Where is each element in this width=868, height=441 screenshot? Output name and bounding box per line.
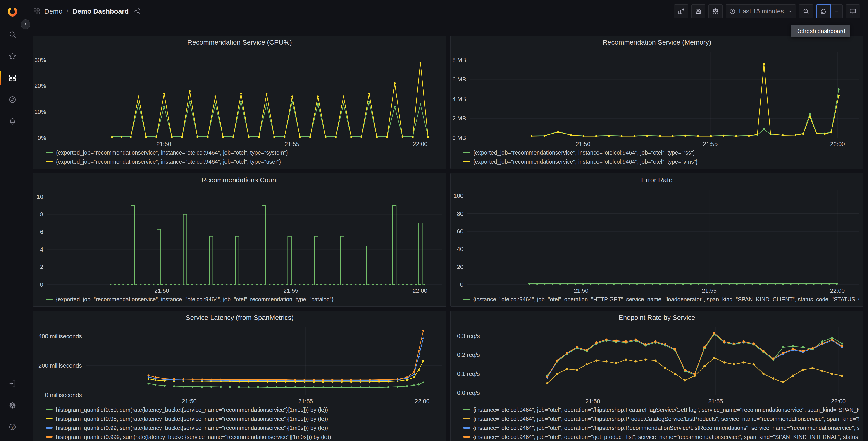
sidebar-expand-button[interactable] <box>21 20 30 29</box>
svg-text:6: 6 <box>40 229 43 235</box>
sidebar-item-sign-in[interactable] <box>0 373 25 394</box>
refresh-button-group <box>816 4 843 18</box>
legend: {instance="otelcol:9464", job="otel", op… <box>451 406 863 441</box>
sidebar-item-search[interactable] <box>0 24 25 45</box>
legend-item[interactable]: {exported_job="recommendationservice", i… <box>463 158 859 166</box>
save-dashboard-button[interactable] <box>691 4 705 18</box>
legend-item[interactable]: {exported_job="recommendationservice", i… <box>46 295 441 303</box>
panel-title[interactable]: Recommendation Service (CPU%) <box>33 36 446 49</box>
cycle-view-mode-button[interactable] <box>846 4 860 18</box>
chevron-right-icon <box>23 22 28 27</box>
svg-text:2 MB: 2 MB <box>452 115 466 122</box>
legend-swatch <box>46 427 53 429</box>
legend-item[interactable]: {instance="otelcol:9464", job="otel", op… <box>463 433 859 441</box>
legend-label: {instance="otelcol:9464", job="otel", op… <box>473 407 859 413</box>
sidebar-item-starred[interactable] <box>0 45 25 67</box>
dashboard-grid: Recommendation Service (CPU%) 0%10%20%30… <box>33 35 864 441</box>
refresh-icon <box>820 8 827 15</box>
legend-item[interactable]: histogram_quantile(0.999, sum(rate(laten… <box>46 433 441 441</box>
sidebar-item-alerting[interactable] <box>0 111 25 132</box>
svg-text:10%: 10% <box>34 109 46 115</box>
panel-title[interactable]: Recommendations Count <box>33 173 446 186</box>
svg-text:21:50: 21:50 <box>585 398 600 405</box>
timeseries-chart[interactable]: 0 MB2 MB4 MB6 MB8 MB21:5021:5522:00 <box>451 49 863 148</box>
star-icon <box>8 52 17 60</box>
breadcrumb: Demo / Demo Dashboard <box>33 7 141 15</box>
refresh-interval-dropdown[interactable] <box>831 4 843 18</box>
refresh-button[interactable] <box>816 4 831 18</box>
legend-item[interactable]: histogram_quantile(0.50, sum(rate(latenc… <box>46 406 441 414</box>
time-range-label: Last 15 minutes <box>739 8 784 15</box>
time-range-picker[interactable]: Last 15 minutes <box>726 4 796 18</box>
svg-text:22:00: 22:00 <box>830 141 845 147</box>
svg-text:0%: 0% <box>37 135 46 141</box>
panel-title[interactable]: Recommendation Service (Memory) <box>451 36 863 49</box>
legend: histogram_quantile(0.50, sum(rate(latenc… <box>33 406 446 441</box>
legend-swatch <box>463 299 470 300</box>
legend-label: {instance="otelcol:9464", job="otel", op… <box>473 416 859 422</box>
panel-service-latency: Service Latency (from SpanMetrics) 0 mil… <box>33 311 446 441</box>
sidebar-item-configuration[interactable] <box>0 394 25 416</box>
sidebar-item-explore[interactable] <box>0 89 25 111</box>
legend-item[interactable]: {instance="otelcol:9464", job="otel", op… <box>463 415 859 423</box>
add-panel-button[interactable] <box>674 4 688 18</box>
sidebar-item-help[interactable]: ? <box>0 416 25 438</box>
bell-icon <box>8 117 17 125</box>
legend: {exported_job="recommendationservice", i… <box>451 148 863 169</box>
timeseries-chart[interactable]: 02040608010021:5021:5522:00 <box>451 186 863 295</box>
legend-swatch <box>46 418 53 419</box>
legend-label: histogram_quantile(0.50, sum(rate(latenc… <box>56 407 328 413</box>
svg-text:21:50: 21:50 <box>576 141 590 147</box>
svg-text:80: 80 <box>457 210 463 217</box>
legend-label: {exported_job="recommendationservice", i… <box>56 158 281 165</box>
legend-item[interactable]: histogram_quantile(0.99, sum(rate(latenc… <box>46 424 441 432</box>
sidebar-item-dashboards[interactable] <box>0 67 25 89</box>
dashboard-settings-button[interactable] <box>709 4 722 18</box>
legend-item[interactable]: {exported_job="recommendationservice", i… <box>463 149 859 156</box>
refresh-tooltip: Refresh dashboard <box>791 25 850 37</box>
svg-text:0.0 req/s: 0.0 req/s <box>457 389 480 396</box>
svg-text:21:55: 21:55 <box>283 287 298 294</box>
timeseries-chart[interactable]: 0 milliseconds200 milliseconds400 millis… <box>33 324 446 406</box>
svg-text:10: 10 <box>37 193 43 200</box>
panel-recommendation-cpu: Recommendation Service (CPU%) 0%10%20%30… <box>33 35 446 169</box>
legend-item[interactable]: {instance="otelcol:9464", job="otel", op… <box>463 406 859 414</box>
svg-text:21:55: 21:55 <box>298 398 313 405</box>
svg-text:100: 100 <box>454 193 463 199</box>
top-navbar: Demo / Demo Dashboard <box>25 0 868 23</box>
svg-text:0: 0 <box>40 281 43 288</box>
svg-text:4 MB: 4 MB <box>452 95 466 102</box>
timeseries-chart[interactable]: 0%10%20%30%21:5021:5522:00 <box>33 49 446 148</box>
legend-swatch <box>463 436 470 438</box>
panel-title[interactable]: Endpoint Rate by Service <box>451 311 863 324</box>
grafana-logo[interactable] <box>0 0 25 24</box>
legend-label: {exported_job="recommendationservice", i… <box>473 149 695 156</box>
share-dashboard-button[interactable] <box>134 8 141 15</box>
svg-text:21:55: 21:55 <box>285 141 299 147</box>
search-icon <box>8 30 17 38</box>
legend-swatch <box>463 418 470 419</box>
timeseries-chart[interactable]: 024681021:5021:5522:00 <box>33 186 446 295</box>
legend-item[interactable]: histogram_quantile(0.95, sum(rate(latenc… <box>46 415 441 423</box>
legend-item[interactable]: {exported_job="recommendationservice", i… <box>46 149 441 156</box>
svg-text:60: 60 <box>457 228 463 235</box>
panel-title[interactable]: Service Latency (from SpanMetrics) <box>33 311 446 324</box>
legend-item[interactable]: {instance="otelcol:9464", job="otel", op… <box>463 424 859 432</box>
share-icon <box>134 8 141 15</box>
zoom-out-button[interactable] <box>799 4 813 18</box>
timeseries-chart[interactable]: 0.0 req/s0.1 req/s0.2 req/s0.3 req/s21:5… <box>451 324 863 406</box>
legend-item[interactable]: {exported_job="recommendationservice", i… <box>46 158 441 166</box>
clock-icon <box>729 8 736 15</box>
svg-text:0: 0 <box>460 281 463 288</box>
monitor-icon <box>849 8 857 15</box>
breadcrumb-section[interactable]: Demo <box>44 7 62 15</box>
chevron-down-icon <box>834 9 839 14</box>
svg-text:21:55: 21:55 <box>703 141 717 147</box>
breadcrumb-page[interactable]: Demo Dashboard <box>72 7 128 15</box>
chevron-down-icon <box>787 9 793 14</box>
legend-item[interactable]: {instance="otelcol:9464", job="otel", op… <box>463 295 859 303</box>
svg-text:0 MB: 0 MB <box>452 135 466 141</box>
legend-label: histogram_quantile(0.99, sum(rate(latenc… <box>56 425 328 431</box>
panel-title[interactable]: Error Rate <box>451 173 863 186</box>
panel-recommendations-count: Recommendations Count 024681021:5021:552… <box>33 173 446 306</box>
